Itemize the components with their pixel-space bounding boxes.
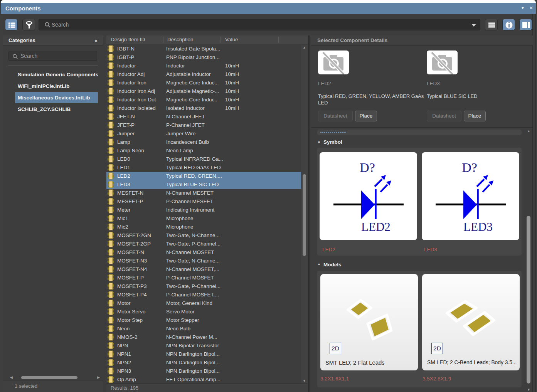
svg-text:LED3: LED3 [463,220,493,234]
svg-text:D?: D? [360,160,375,175]
svg-text:LED2: LED2 [361,220,391,234]
svg-text:D?: D? [462,160,477,175]
